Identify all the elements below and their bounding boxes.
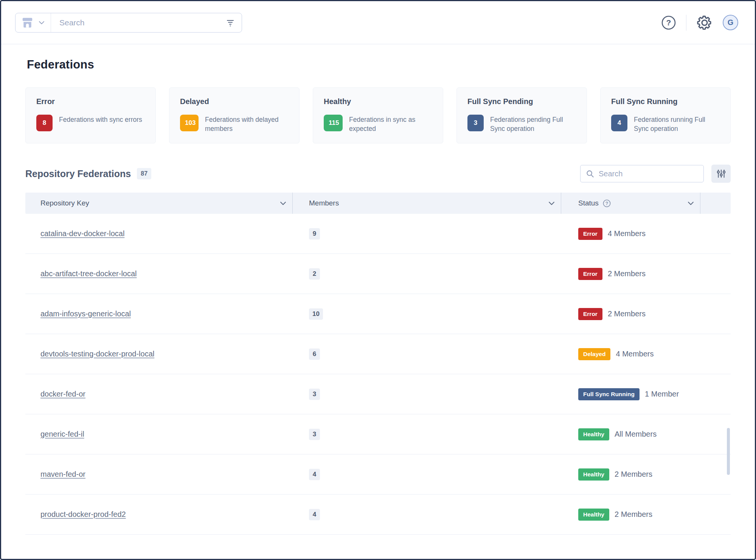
repository-key-link[interactable]: catalina-dev-docker-local	[40, 229, 124, 238]
status-members-text: 2 Members	[615, 470, 652, 479]
members-cell: 10	[293, 308, 561, 320]
scrollbar-thumb[interactable]	[727, 428, 730, 475]
card-description: Federations in sync as expected	[349, 115, 432, 133]
repository-key-link[interactable]: adam-infosys-generic-local	[40, 310, 131, 318]
repository-key-link[interactable]: generic-fed-il	[40, 430, 84, 438]
status-cell: Healthy 2 Members	[561, 509, 731, 521]
status-members-text: 2 Members	[608, 310, 646, 318]
members-cell: 4	[293, 469, 561, 480]
table-row: abc-artifact-tree-docker-local 2 Error 2…	[25, 254, 731, 294]
repository-key-cell: devtools-testing-docker-prod-local	[25, 350, 293, 358]
gear-icon[interactable]	[696, 14, 713, 31]
column-header-status[interactable]: Status ?	[561, 193, 700, 214]
members-count-badge: 6	[309, 348, 320, 360]
card-description: Federations with delayed members	[205, 115, 289, 133]
status-cell: Healthy All Members	[561, 428, 731, 440]
card-description: Federations running Full Sync operation	[634, 115, 720, 133]
repository-key-link[interactable]: devtools-testing-docker-prod-local	[40, 350, 154, 358]
status-members-text: 4 Members	[616, 350, 654, 358]
members-count-badge: 9	[309, 228, 320, 240]
global-search-input[interactable]	[51, 18, 226, 27]
summary-card: Delayed 103 Federations with delayed mem…	[169, 87, 300, 143]
help-icon[interactable]: ?	[602, 199, 611, 208]
chevron-down-icon	[39, 21, 45, 25]
status-members-text: 4 Members	[608, 229, 646, 238]
search-scope-selector[interactable]	[16, 17, 51, 28]
members-count-badge: 3	[309, 389, 320, 400]
status-badge: Healthy	[578, 428, 609, 440]
sliders-icon	[716, 169, 726, 179]
table-row: adam-infosys-generic-local 10 Error 2 Me…	[25, 294, 731, 334]
column-header-repository-key[interactable]: Repository Key	[25, 193, 293, 214]
card-description: Federations pending Full Sync operation	[490, 115, 576, 133]
status-members-text: All Members	[615, 430, 657, 439]
repository-key-cell: generic-fed-il	[25, 430, 293, 439]
table-row: maven-fed-or 4 Healthy 2 Members	[25, 454, 731, 495]
status-members-text: 1 Member	[645, 390, 679, 398]
members-cell: 4	[293, 509, 561, 520]
status-badge: Delayed	[578, 348, 610, 360]
section-title: Repository Federations	[25, 168, 131, 179]
column-header-members[interactable]: Members	[293, 193, 561, 214]
card-count-badge: 115	[324, 115, 343, 131]
members-cell: 9	[293, 228, 561, 240]
card-title: Healthy	[324, 97, 432, 106]
table-row: catalina-dev-docker-local 9 Error 4 Memb…	[25, 214, 731, 254]
chevron-down-icon[interactable]	[280, 201, 286, 205]
repository-icon	[22, 17, 33, 28]
topbar: ? G	[1, 1, 755, 44]
card-count-badge: 4	[611, 115, 627, 131]
repository-key-cell: adam-infosys-generic-local	[25, 310, 293, 318]
table-toolbar: Repository Federations 87	[25, 165, 731, 183]
table-search[interactable]	[580, 165, 704, 182]
members-count-badge: 3	[309, 429, 320, 440]
main-content: Federations Error 8 Federations with syn…	[1, 58, 755, 535]
repository-key-cell: product-docker-prod-fed2	[25, 510, 293, 519]
status-badge: Full Sync Running	[578, 388, 640, 400]
table-settings-button[interactable]	[711, 165, 731, 183]
repository-key-cell: docker-fed-or	[25, 390, 293, 398]
global-search[interactable]	[15, 13, 242, 33]
avatar[interactable]: G	[723, 15, 738, 30]
status-cell: Error 2 Members	[561, 268, 731, 280]
members-count-badge: 4	[309, 469, 320, 480]
repository-key-cell: catalina-dev-docker-local	[25, 229, 293, 238]
repository-key-link[interactable]: product-docker-prod-fed2	[40, 510, 126, 518]
members-cell: 3	[293, 429, 561, 440]
card-description: Federations with sync errors	[59, 115, 142, 124]
filter-funnel-icon[interactable]	[226, 18, 235, 27]
svg-text:?: ?	[666, 18, 671, 27]
repository-key-link[interactable]: docker-fed-or	[40, 390, 85, 398]
help-icon[interactable]: ?	[661, 15, 676, 30]
status-badge: Error	[578, 268, 602, 280]
column-label: Status	[578, 199, 599, 207]
status-members-text: 2 Members	[615, 510, 652, 519]
card-title: Error	[36, 97, 145, 106]
members-count-badge: 2	[309, 268, 320, 280]
status-members-text: 2 Members	[608, 269, 646, 278]
status-cell: Delayed 4 Members	[561, 348, 731, 360]
members-cell: 2	[293, 268, 561, 280]
summary-card: Healthy 115 Federations in sync as expec…	[313, 87, 443, 143]
summary-cards: Error 8 Federations with sync errors Del…	[25, 87, 731, 143]
table-header: Repository Key Members Status ?	[25, 193, 731, 214]
table-row: devtools-testing-docker-prod-local 6 Del…	[25, 334, 731, 374]
status-cell: Healthy 2 Members	[561, 468, 731, 481]
table-row: docker-fed-or 3 Full Sync Running 1 Memb…	[25, 374, 731, 414]
chevron-down-icon[interactable]	[548, 201, 555, 205]
members-cell: 6	[293, 348, 561, 360]
repository-key-link[interactable]: abc-artifact-tree-docker-local	[40, 269, 137, 278]
table-row: generic-fed-il 3 Healthy All Members	[25, 414, 731, 454]
card-title: Full Sync Running	[611, 97, 720, 106]
column-label: Repository Key	[40, 199, 280, 207]
repository-key-link[interactable]: maven-fed-or	[40, 470, 85, 478]
card-title: Delayed	[180, 97, 289, 106]
chevron-down-icon[interactable]	[688, 201, 694, 205]
status-badge: Error	[578, 308, 602, 320]
status-badge: Error	[578, 228, 602, 240]
table-search-input[interactable]	[599, 170, 699, 178]
federations-table: Repository Key Members Status ?	[25, 193, 731, 535]
card-count-badge: 8	[36, 115, 53, 131]
svg-text:?: ?	[605, 201, 609, 206]
status-cell: Error 2 Members	[561, 308, 731, 320]
